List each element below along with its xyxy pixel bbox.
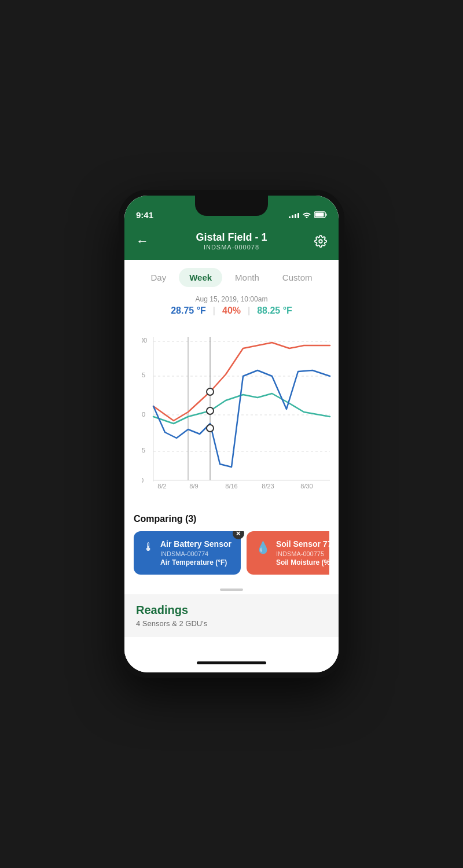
settings-button[interactable] (308, 235, 327, 248)
sensor-id-2: INDSMA-000775 (276, 550, 329, 557)
scroll-indicator (124, 583, 339, 594)
chart-svg: 100 75 50 25 0 (142, 319, 333, 505)
home-bar (197, 661, 266, 664)
sensor-card-air-battery[interactable]: ✕ 🌡 Air Battery Sensor INDSMA-000774 Air… (134, 531, 241, 575)
chart-date: Aug 15, 2019, 10:00am (124, 295, 339, 303)
separator-1: | (213, 306, 215, 316)
svg-rect-1 (315, 213, 324, 217)
value-temperature-low: 28.75 °F (171, 306, 206, 316)
field-id: INDSMA-000078 (196, 244, 267, 251)
value-moisture: 40% (222, 306, 241, 316)
chart-area[interactable]: 100 75 50 25 0 (124, 319, 339, 505)
header-title-block: Gistal Field - 1 INDSMA-000078 (196, 231, 267, 251)
main-content: Day Week Month Custom Aug 15, 2019, 10:0… (124, 260, 339, 653)
sensor-card-close-1[interactable]: ✕ (233, 531, 244, 539)
svg-point-17 (207, 388, 214, 395)
svg-text:50: 50 (142, 411, 145, 418)
status-time: 9:41 (136, 210, 153, 220)
sensor-type-1: Air Temperature (°F) (160, 558, 232, 567)
comparing-title: Comparing (3) (134, 514, 329, 524)
sensor-name-2: Soil Sensor 775 (276, 539, 329, 549)
sensor-id-1: INDSMA-000774 (160, 550, 232, 557)
svg-text:8/9: 8/9 (189, 483, 198, 490)
comparing-section: Comparing (3) ✕ 🌡 Air Battery Sensor IND… (124, 505, 339, 583)
svg-text:100: 100 (142, 337, 147, 344)
thermometer-icon: 🌡 (143, 540, 155, 554)
sensor-name-1: Air Battery Sensor (160, 539, 232, 549)
battery-icon (314, 211, 327, 220)
readings-title: Readings (136, 604, 327, 617)
status-icons (289, 211, 327, 220)
readings-subtitle: 4 Sensors & 2 GDU's (136, 619, 327, 628)
water-drop-icon: 💧 (256, 540, 270, 554)
svg-point-3 (319, 240, 322, 243)
svg-text:25: 25 (142, 447, 145, 454)
field-title: Gistal Field - 1 (196, 231, 267, 244)
sensor-info-1: Air Battery Sensor INDSMA-000774 Air Tem… (160, 539, 232, 567)
svg-text:8/23: 8/23 (262, 483, 274, 490)
tab-month[interactable]: Month (225, 268, 270, 287)
svg-text:75: 75 (142, 372, 145, 378)
readings-section: Readings 4 Sensors & 2 GDU's (124, 594, 339, 637)
svg-text:8/16: 8/16 (225, 483, 237, 490)
svg-text:8/2: 8/2 (157, 483, 166, 490)
tabs-row: Day Week Month Custom (124, 260, 339, 293)
tab-custom[interactable]: Custom (272, 268, 323, 287)
chart-values: 28.75 °F | 40% | 88.25 °F (124, 306, 339, 316)
value-temperature-high: 88.25 °F (257, 306, 292, 316)
app-header: ← Gistal Field - 1 INDSMA-000078 (124, 225, 339, 260)
sensor-card-soil[interactable]: ✕ 💧 Soil Sensor 775 INDSMA-000775 Soil M… (247, 531, 329, 575)
svg-point-19 (207, 425, 214, 432)
signal-bars-icon (289, 213, 299, 218)
back-button[interactable]: ← (136, 234, 155, 249)
svg-rect-2 (326, 214, 327, 216)
wifi-icon (302, 211, 311, 220)
chart-header: Aug 15, 2019, 10:00am 28.75 °F | 40% | 8… (124, 293, 339, 319)
tab-week[interactable]: Week (179, 268, 222, 287)
svg-text:0: 0 (142, 477, 144, 484)
svg-text:8/30: 8/30 (300, 483, 313, 490)
sensor-cards: ✕ 🌡 Air Battery Sensor INDSMA-000774 Air… (134, 531, 329, 577)
separator-2: | (248, 306, 250, 316)
home-indicator (124, 653, 339, 672)
scroll-pill (220, 589, 243, 591)
sensor-info-2: Soil Sensor 775 INDSMA-000775 Soil Moist… (276, 539, 329, 567)
svg-point-18 (207, 407, 214, 414)
tab-day[interactable]: Day (141, 268, 177, 287)
sensor-type-2: Soil Moisture (%) (276, 558, 329, 567)
